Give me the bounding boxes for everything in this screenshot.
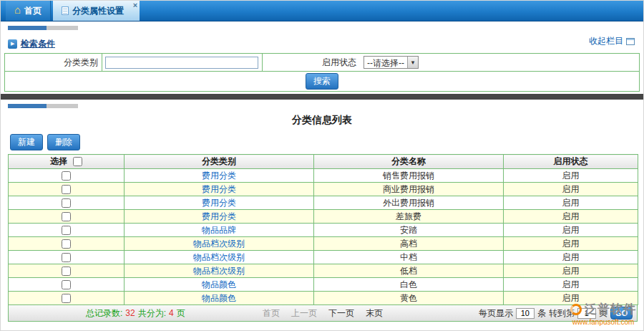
row-checkbox[interactable] <box>62 294 71 303</box>
first-page-link[interactable]: 首页 <box>263 307 280 320</box>
total-pages-label: 共分为: <box>138 307 166 320</box>
search-form: 分类类别 启用状态 --请选择-- 搜索 <box>4 53 640 92</box>
pagination-bar: 总记录数: 32 共分为: 4 页 首页 上一页 下一页 末页 每页显示 条 转… <box>8 305 638 322</box>
category-type-link[interactable]: 费用分类 <box>202 211 236 221</box>
category-name-cell: 商业费用报销 <box>314 183 504 196</box>
collapse-icon <box>626 38 635 45</box>
category-type-link[interactable]: 物品颜色 <box>202 293 236 303</box>
progress-segment-gray <box>47 26 78 30</box>
table-body: 费用分类销售费用报销启用费用分类商业费用报销启用费用分类外出费用报销启用费用分类… <box>9 169 638 305</box>
new-button[interactable]: 新建 <box>10 134 43 150</box>
watermark-brand-row: 泛普软件 <box>570 301 636 317</box>
next-page-link[interactable]: 下一页 <box>328 307 354 320</box>
category-type-cell: 费用分类 <box>125 169 314 183</box>
watermark-url: www.fanpusoft.com <box>570 318 636 326</box>
status-cell: 启用 <box>504 251 638 264</box>
row-checkbox[interactable] <box>62 212 71 221</box>
category-name-cell: 安踏 <box>314 224 504 237</box>
total-pages-unit: 页 <box>177 307 185 320</box>
status-cell: 启用 <box>504 210 638 224</box>
table-row: 物品档次级别高档启用 <box>9 237 638 251</box>
total-pages-value: 4 <box>169 308 174 318</box>
table-row: 费用分类商业费用报销启用 <box>9 183 638 196</box>
watermark-brand: 泛普软件 <box>585 301 636 317</box>
tab-bar: 首页 分类属性设置 × <box>1 1 643 21</box>
select-cell <box>9 278 125 292</box>
dropdown-arrow-icon <box>407 57 418 68</box>
category-type-link[interactable]: 费用分类 <box>202 171 236 181</box>
tab-category-settings[interactable]: 分类属性设置 × <box>53 1 140 21</box>
status-label: 启用状态 <box>263 54 360 71</box>
search-button[interactable]: 搜索 <box>306 73 338 90</box>
category-name-cell: 外出费用报销 <box>314 196 504 210</box>
watermark: 泛普软件 www.fanpusoft.com <box>570 301 636 326</box>
last-page-link[interactable]: 末页 <box>366 307 383 320</box>
home-icon <box>14 6 21 16</box>
list-progress-bar <box>8 104 643 108</box>
prev-page-link[interactable]: 上一页 <box>291 307 317 320</box>
select-cell <box>9 196 125 210</box>
category-type-cell: 物品档次级别 <box>125 264 314 278</box>
category-name-cell: 差旅费 <box>314 210 504 224</box>
per-page-input[interactable] <box>516 308 535 319</box>
category-type-cell <box>102 54 263 71</box>
category-table: 选择 分类类别 分类名称 启用状态 费用分类销售费用报销启用费用分类商业费用报销… <box>8 154 638 305</box>
status-select-value: --请选择-- <box>364 57 407 68</box>
category-type-input[interactable] <box>105 57 258 69</box>
search-section-label: 检索条件 <box>21 38 55 50</box>
select-cell <box>9 210 125 224</box>
header-select-label: 选择 <box>50 156 67 166</box>
row-checkbox[interactable] <box>62 267 71 276</box>
tab-category-settings-label: 分类属性设置 <box>72 5 124 17</box>
select-cell <box>9 183 125 196</box>
row-checkbox[interactable] <box>62 198 71 208</box>
record-summary: 总记录数: 32 共分为: 4 页 <box>9 307 185 320</box>
category-type-link[interactable]: 物品品牌 <box>202 225 236 235</box>
category-type-cell: 物品品牌 <box>125 224 314 237</box>
delete-button[interactable]: 删除 <box>47 134 80 150</box>
table-row: 物品颜色黄色启用 <box>9 292 638 305</box>
category-type-link[interactable]: 费用分类 <box>202 184 236 194</box>
table-row: 物品品牌安踏启用 <box>9 224 638 237</box>
category-type-label: 分类类别 <box>5 54 102 71</box>
category-name-cell: 白色 <box>314 278 504 292</box>
category-name-cell: 高档 <box>314 237 504 251</box>
category-type-cell: 物品颜色 <box>125 292 314 305</box>
tab-home-label: 首页 <box>24 5 42 17</box>
category-type-cell: 费用分类 <box>125 210 314 224</box>
tab-home[interactable]: 首页 <box>6 1 51 21</box>
table-row: 物品档次级别中档启用 <box>9 251 638 264</box>
category-type-link[interactable]: 费用分类 <box>202 198 236 208</box>
row-checkbox[interactable] <box>62 185 71 194</box>
status-cell: 启用 <box>504 264 638 278</box>
document-icon <box>62 6 69 15</box>
select-cell <box>9 224 125 237</box>
list-title: 分类信息列表 <box>1 114 643 127</box>
row-checkbox[interactable] <box>62 239 71 249</box>
per-page-unit: 条 <box>537 307 546 320</box>
arrow-icon <box>8 39 17 49</box>
header-status: 启用状态 <box>504 155 638 169</box>
table-row: 物品档次级别低档启用 <box>9 264 638 278</box>
header-select: 选择 <box>9 155 125 169</box>
close-tab-icon[interactable]: × <box>133 1 137 9</box>
category-type-link[interactable]: 物品档次级别 <box>193 252 245 262</box>
collapse-columns-link[interactable]: 收起栏目 <box>589 35 635 47</box>
row-checkbox[interactable] <box>62 226 71 235</box>
category-type-cell: 物品档次级别 <box>125 251 314 264</box>
row-checkbox[interactable] <box>62 253 71 262</box>
category-type-link[interactable]: 物品档次级别 <box>193 266 245 276</box>
progress-segment-gray <box>47 104 78 108</box>
row-checkbox[interactable] <box>62 280 71 289</box>
collapse-columns-label: 收起栏目 <box>589 35 623 47</box>
category-type-link[interactable]: 物品档次级别 <box>193 239 245 249</box>
row-checkbox[interactable] <box>62 171 71 181</box>
fanpu-logo-icon <box>570 304 582 315</box>
category-type-cell: 费用分类 <box>125 183 314 196</box>
category-type-cell: 物品颜色 <box>125 278 314 292</box>
progress-segment-blue <box>8 104 47 108</box>
status-select[interactable]: --请选择-- <box>364 56 419 69</box>
select-all-checkbox[interactable] <box>73 157 82 166</box>
category-type-link[interactable]: 物品颜色 <box>202 279 236 289</box>
table-header-row: 选择 分类类别 分类名称 启用状态 <box>9 155 638 169</box>
